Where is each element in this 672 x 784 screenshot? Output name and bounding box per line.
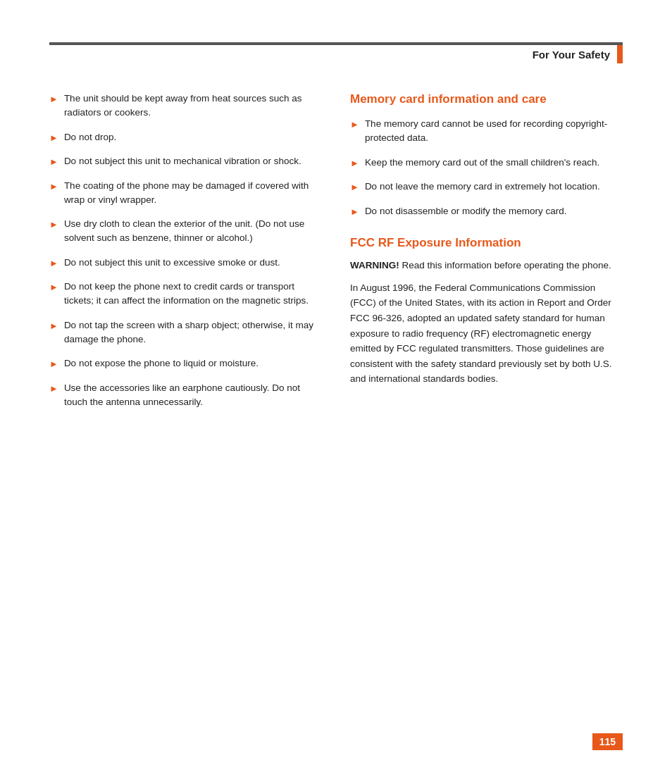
bullet-arrow-icon: ► (49, 280, 58, 294)
list-item: ► Keep the memory card out of the small … (350, 156, 623, 170)
list-item: ► Use the accessories like an earphone c… (49, 381, 322, 410)
list-item: ► The coating of the phone may be damage… (49, 179, 322, 208)
list-item: ► Do not subject this unit to mechanical… (49, 154, 322, 169)
fcc-warning-text: WARNING! Read this information before op… (350, 258, 623, 273)
list-item: ► Do not keep the phone next to credit c… (49, 280, 322, 309)
list-item-text: Do not leave the memory card in extremel… (365, 180, 623, 194)
page: For Your Safety ► The unit should be kep… (0, 0, 672, 784)
fcc-section: FCC RF Exposure Information WARNING! Rea… (350, 235, 623, 387)
list-item-text: Use dry cloth to clean the exterior of t… (64, 217, 322, 246)
fcc-section-heading: FCC RF Exposure Information (350, 235, 623, 251)
list-item-text: Do not subject this unit to mechanical v… (64, 154, 322, 168)
fcc-warning-continuation: Read this information before operating t… (399, 260, 611, 270)
fcc-body-text: In August 1996, the Federal Communicatio… (350, 280, 623, 387)
list-item: ► Do not subject this unit to excessive … (49, 256, 322, 270)
memory-section-heading: Memory card information and care (350, 92, 623, 107)
list-item: ► The memory card cannot be used for rec… (350, 117, 623, 146)
header-title: For Your Safety (533, 49, 610, 61)
list-item-text: The unit should be kept away from heat s… (64, 92, 322, 120)
bullet-arrow-icon: ► (49, 180, 58, 194)
content-area: ► The unit should be kept away from heat… (49, 92, 623, 419)
list-item-text: Do not keep the phone next to credit car… (64, 280, 322, 309)
header-accent-bar (617, 45, 623, 63)
list-item-text: Do not disassemble or modify the memory … (365, 204, 623, 218)
list-item-text: Do not tap the screen with a sharp objec… (64, 318, 322, 347)
list-item: ► Use dry cloth to clean the exterior of… (49, 217, 322, 246)
bullet-arrow-icon: ► (350, 156, 359, 170)
left-bullet-list: ► The unit should be kept away from heat… (49, 92, 322, 409)
bullet-arrow-icon: ► (49, 319, 58, 333)
list-item-text: The coating of the phone may be damaged … (64, 179, 322, 208)
bullet-arrow-icon: ► (350, 205, 359, 219)
list-item-text: The memory card cannot be used for recor… (365, 117, 623, 146)
bullet-arrow-icon: ► (49, 155, 58, 169)
page-header: For Your Safety (49, 45, 623, 63)
list-item-text: Use the accessories like an earphone cau… (64, 381, 322, 410)
left-column: ► The unit should be kept away from heat… (49, 92, 322, 419)
list-item: ► Do not drop. (49, 130, 322, 145)
page-number: 115 (592, 733, 623, 750)
bullet-arrow-icon: ► (49, 218, 58, 232)
list-item-text: Keep the memory card out of the small ch… (365, 156, 623, 170)
right-column: Memory card information and care ► The m… (350, 92, 623, 419)
bullet-arrow-icon: ► (350, 180, 359, 194)
bullet-arrow-icon: ► (49, 357, 58, 371)
bullet-arrow-icon: ► (350, 118, 359, 132)
list-item: ► Do not leave the memory card in extrem… (350, 180, 623, 194)
bullet-arrow-icon: ► (49, 382, 58, 396)
memory-bullet-list: ► The memory card cannot be used for rec… (350, 117, 623, 218)
list-item: ► Do not disassemble or modify the memor… (350, 204, 623, 219)
list-item: ► The unit should be kept away from heat… (49, 92, 322, 120)
memory-card-section: Memory card information and care ► The m… (350, 92, 623, 218)
bullet-arrow-icon: ► (49, 256, 58, 270)
fcc-warning-label: WARNING! (350, 260, 399, 270)
page-number-container: 115 (592, 733, 623, 750)
list-item-text: Do not subject this unit to excessive sm… (64, 256, 322, 270)
list-item-text: Do not expose the phone to liquid or moi… (64, 356, 322, 371)
list-item: ► Do not expose the phone to liquid or m… (49, 356, 322, 371)
list-item: ► Do not tap the screen with a sharp obj… (49, 318, 322, 347)
bullet-arrow-icon: ► (49, 131, 58, 145)
list-item-text: Do not drop. (64, 130, 322, 144)
bullet-arrow-icon: ► (49, 92, 58, 106)
